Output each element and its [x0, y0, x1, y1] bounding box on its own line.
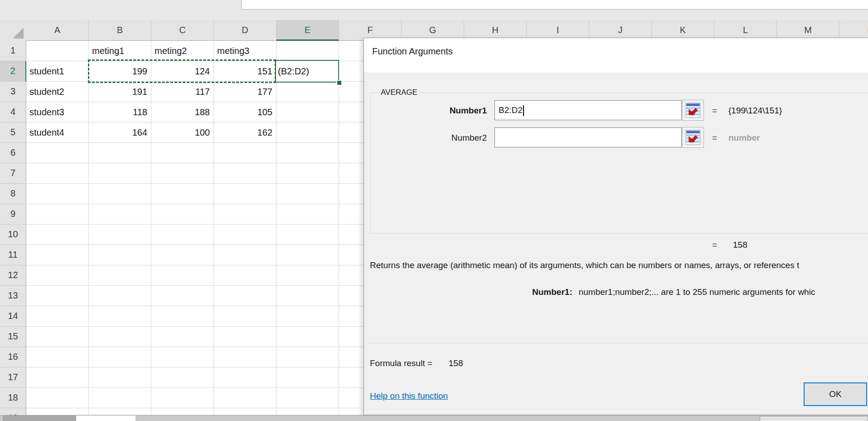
cell-C3[interactable]: 117 — [151, 82, 214, 102]
function-description: Returns the average (arithmetic mean) of… — [370, 259, 868, 272]
row-header-7[interactable]: 7 — [0, 163, 26, 184]
dialog-title-bar[interactable]: Function Arguments — [364, 38, 868, 73]
row-header-13[interactable]: 13 — [0, 286, 26, 306]
active-cell-E2[interactable]: (B2:D2) — [275, 60, 339, 83]
row-header-14[interactable]: 14 — [0, 306, 26, 327]
cell-D4[interactable]: 105 — [214, 102, 276, 122]
row-header-10[interactable]: 10 — [0, 225, 26, 245]
formula-result: Formula result =158 — [370, 357, 463, 370]
row-header-1[interactable]: 1 — [0, 41, 26, 61]
cell-B1[interactable]: meting1 — [89, 41, 151, 61]
formula-result-label: Formula result = — [370, 358, 432, 368]
dialog-separator — [370, 343, 868, 343]
select-all-corner[interactable] — [0, 20, 27, 41]
cell-B3[interactable]: 191 — [89, 82, 151, 102]
cell-B4[interactable]: 118 — [89, 102, 151, 122]
result-value: 158 — [733, 240, 747, 250]
text-caret — [523, 105, 524, 116]
cell-D5[interactable]: 162 — [214, 122, 276, 143]
number2-input[interactable] — [495, 127, 682, 147]
row-header-2[interactable]: 2 — [0, 61, 26, 82]
cell-C4[interactable]: 188 — [151, 102, 214, 122]
column-header-E[interactable]: E — [276, 20, 339, 41]
argument-help-label: Number1: — [532, 287, 572, 297]
column-header-D[interactable]: D — [214, 20, 276, 41]
cell-A3[interactable]: student2 — [26, 82, 89, 102]
row-header-11[interactable]: 11 — [0, 245, 26, 265]
formula-bar[interactable] — [241, 0, 868, 10]
cell-D1[interactable]: meting3 — [214, 41, 276, 61]
row-header-3[interactable]: 3 — [0, 82, 26, 102]
row-header-17[interactable]: 17 — [0, 367, 26, 388]
help-link[interactable]: Help on this function — [370, 390, 448, 402]
number2-label: Number2 — [431, 132, 487, 144]
number1-input-value: B2:D2 — [499, 105, 523, 115]
range-picker-icon — [685, 130, 701, 145]
number1-label: Number1 — [431, 105, 487, 117]
cell-A2[interactable]: student1 — [26, 61, 89, 82]
column-header-B[interactable]: B — [89, 20, 151, 41]
dialog-title: Function Arguments — [372, 46, 453, 57]
row-header-16[interactable]: 16 — [0, 347, 26, 367]
number2-placeholder: number — [728, 132, 760, 144]
row-header-15[interactable]: 15 — [0, 327, 26, 347]
argument-help-text: number1;number2;... are 1 to 255 numeric… — [579, 287, 815, 297]
row-header-8[interactable]: 8 — [0, 184, 26, 204]
number1-equals: = — [712, 105, 717, 117]
cell-B5[interactable]: 164 — [89, 122, 151, 143]
number1-result: {199\124\151} — [728, 105, 782, 117]
column-header-A[interactable]: A — [26, 20, 89, 41]
ok-button[interactable]: OK — [804, 382, 867, 406]
cell-C1[interactable]: meting2 — [151, 41, 214, 61]
row-header-12[interactable]: 12 — [0, 265, 26, 286]
row-header-18[interactable]: 18 — [0, 388, 26, 408]
cell-A5[interactable]: student4 — [26, 122, 89, 143]
row-header-6[interactable]: 6 — [0, 143, 26, 163]
row-header-4[interactable]: 4 — [0, 102, 26, 122]
cell-C5[interactable]: 100 — [151, 122, 214, 143]
cell-D3[interactable]: 177 — [214, 82, 276, 102]
function-arguments-dialog: Function Arguments AVERAGE Number1 B2:D2… — [364, 38, 868, 415]
marching-ants-range — [88, 59, 276, 83]
select-all-triangle-icon — [13, 28, 24, 39]
formula-result-value: 158 — [449, 358, 463, 368]
result-equals: = — [712, 240, 717, 250]
row-header-9[interactable]: 9 — [0, 204, 26, 225]
number2-range-picker-button[interactable] — [682, 127, 704, 148]
number1-range-picker-button[interactable] — [682, 100, 704, 121]
function-name-label: AVERAGE — [378, 88, 420, 97]
row-header-5[interactable]: 5 — [0, 122, 26, 143]
number1-input[interactable]: B2:D2 — [495, 100, 682, 120]
bottom-bar-segment — [3, 416, 76, 421]
sheet-tab-sliver[interactable] — [76, 416, 136, 421]
column-header-C[interactable]: C — [151, 20, 214, 41]
cell-A4[interactable]: student3 — [26, 102, 89, 122]
horizontal-scrollbar-sliver[interactable] — [760, 416, 868, 421]
number2-equals: = — [712, 132, 717, 144]
excel-window: ABCDEFGHIJKLMN 1234567891011121314151617… — [0, 0, 868, 421]
active-cell-value: (B2:D2) — [278, 61, 338, 82]
fill-handle[interactable] — [336, 80, 342, 86]
range-picker-icon — [685, 103, 701, 118]
argument-help: Number1:number1;number2;... are 1 to 255… — [532, 286, 868, 298]
